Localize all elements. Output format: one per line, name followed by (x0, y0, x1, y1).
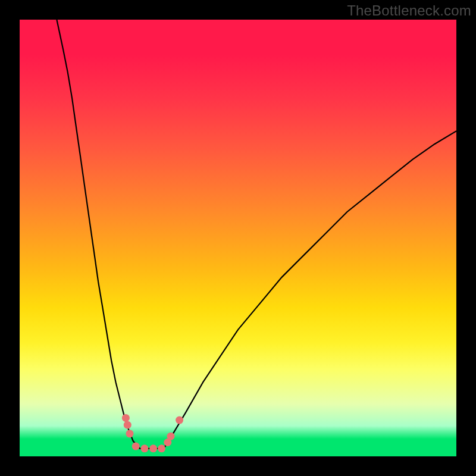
data-marker (132, 443, 140, 450)
data-marker (158, 444, 165, 452)
bottleneck-curve (57, 20, 456, 449)
data-marker (176, 416, 183, 424)
curve-layer (20, 20, 456, 456)
data-marker (140, 444, 148, 452)
data-marker (122, 414, 130, 422)
attribution-text: TheBottleneck.com (347, 2, 471, 19)
data-marker (167, 433, 175, 440)
data-marker (124, 421, 131, 429)
data-marker (149, 444, 157, 452)
marker-group (122, 414, 183, 452)
plot-area (20, 20, 456, 456)
chart-frame: TheBottleneck.com (0, 0, 476, 476)
data-marker (126, 430, 134, 437)
